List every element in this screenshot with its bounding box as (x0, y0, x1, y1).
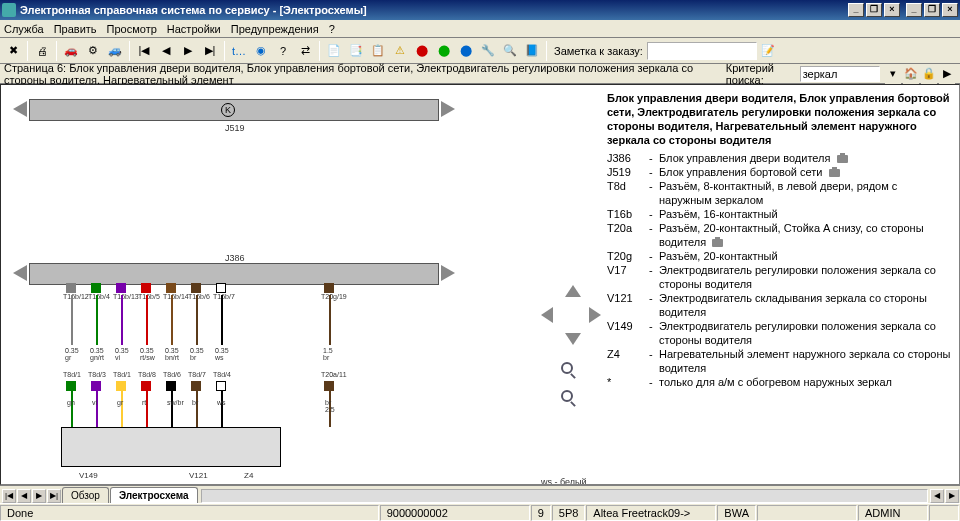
wire-gauge: 0.35br (190, 347, 204, 361)
car-button[interactable]: 🚗 (61, 41, 81, 61)
nav-next-button[interactable]: ▶ (939, 64, 955, 84)
help-button[interactable]: ? (273, 41, 293, 61)
gear-button[interactable]: ⚙ (83, 41, 103, 61)
menu-nastroyki[interactable]: Настройки (167, 23, 221, 35)
terminal (166, 283, 176, 293)
scroll-right-button[interactable]: ▶ (945, 489, 959, 503)
blue-button[interactable]: ⬤ (456, 41, 476, 61)
minimize-button[interactable]: _ (848, 3, 864, 17)
terminal (91, 283, 101, 293)
lock-button[interactable]: 🔒 (921, 64, 937, 84)
first-button[interactable]: |◀ (134, 41, 154, 61)
tab-schematic[interactable]: Электросхема (110, 487, 198, 503)
menu-prosmotr[interactable]: Просмотр (107, 23, 157, 35)
note-input[interactable] (647, 42, 757, 60)
legend-code: V149 (607, 319, 649, 347)
legend-desc: Электродвигатель складывания зеркала со … (659, 291, 951, 319)
legend-row: *-только для а/м с обогревом наружных зе… (607, 375, 951, 389)
restore-button[interactable]: ❐ (866, 3, 882, 17)
tab-scroll-track[interactable] (201, 489, 928, 503)
close-doc-button[interactable]: ✖ (3, 41, 23, 61)
warn-button[interactable]: ⚠ (390, 41, 410, 61)
last-button[interactable]: ▶| (200, 41, 220, 61)
swap-button[interactable]: ⇄ (295, 41, 315, 61)
mdi-close-button[interactable]: × (942, 3, 958, 17)
color-key: ws - белый (541, 477, 587, 485)
legend-code: V121 (607, 291, 649, 319)
home-button[interactable]: 🏠 (903, 64, 919, 84)
tab-first-button[interactable]: |◀ (2, 489, 16, 503)
tool-button[interactable]: 🔧 (478, 41, 498, 61)
link-button[interactable]: t… (229, 41, 249, 61)
terminal-label: T16b/6 (188, 293, 210, 300)
status-model: Altea Freetrack09-> (586, 505, 716, 521)
terminal-label: T20g/19 (321, 293, 347, 300)
legend-row: T20a-Разъём, 20-контактный, Стойка A сни… (607, 221, 951, 249)
wire (146, 295, 148, 345)
next-button[interactable]: ▶ (178, 41, 198, 61)
component-ref: V149 (79, 471, 98, 480)
wire (71, 295, 73, 345)
menu-pravit[interactable]: Править (54, 23, 97, 35)
scroll-left-button[interactable]: ◀ (930, 489, 944, 503)
tab-overview[interactable]: Обзор (62, 487, 109, 503)
component-ref: Z4 (244, 471, 253, 480)
menu-warnings[interactable]: Предупреждения (231, 23, 319, 35)
search-button[interactable]: 🔍 (500, 41, 520, 61)
terminal-label: T8d/4 (213, 371, 231, 378)
zoom-out-button[interactable] (556, 385, 578, 407)
pan-left-button[interactable] (541, 307, 553, 323)
menu-help[interactable]: ? (329, 23, 335, 35)
terminal-label: T8d/7 (188, 371, 206, 378)
pan-right-button[interactable] (589, 307, 601, 323)
pan-down-button[interactable] (565, 333, 581, 345)
legend-code: J386 (607, 151, 649, 165)
wiring-diagram[interactable]: K J519 J386 T16b/120.35grT16b/40.35gn/rt… (1, 85, 599, 484)
note-go-button[interactable]: 📝 (758, 41, 778, 61)
wire (171, 391, 173, 427)
print-button[interactable]: 🖨 (32, 41, 52, 61)
prev-button[interactable]: ◀ (156, 41, 176, 61)
pan-up-button[interactable] (565, 285, 581, 297)
green-button[interactable]: ⬤ (434, 41, 454, 61)
mdi-minimize-button[interactable]: _ (906, 3, 922, 17)
legend-desc: Блок управления бортовой сети (659, 165, 951, 179)
search-dropdown-button[interactable]: ▾ (885, 64, 901, 84)
doc3-button[interactable]: 📋 (368, 41, 388, 61)
wire (96, 295, 98, 345)
arrow-left2-icon (13, 265, 27, 281)
wire-color: br2.5 (325, 399, 335, 413)
terminal-label: T16b/4 (88, 293, 110, 300)
terminal (166, 381, 176, 391)
terminal (191, 381, 201, 391)
legend-code: T16b (607, 207, 649, 221)
wire-color: gn (67, 399, 75, 406)
doc1-button[interactable]: 📄 (324, 41, 344, 61)
book-button[interactable]: 📘 (522, 41, 542, 61)
wire-gauge: 0.35gn/rt (90, 347, 104, 361)
wire (71, 391, 73, 427)
menu-sluzhba[interactable]: Служба (4, 23, 44, 35)
tab-last-button[interactable]: ▶| (47, 489, 61, 503)
arrow-right-icon (441, 101, 455, 117)
doc2-button[interactable]: 📑 (346, 41, 366, 61)
status-c2: 5P8 (552, 505, 586, 521)
camera-icon (829, 169, 840, 177)
tab-next-button[interactable]: ▶ (32, 489, 46, 503)
mdi-restore-button[interactable]: ❐ (924, 3, 940, 17)
status-user: ADMIN (858, 505, 928, 521)
tab-prev-button[interactable]: ◀ (17, 489, 31, 503)
wire (196, 295, 198, 345)
close-button[interactable]: × (884, 3, 900, 17)
flag-button[interactable]: ⬤ (412, 41, 432, 61)
legend-code: Z4 (607, 347, 649, 375)
menu-bar: Служба Править Просмотр Настройки Предуп… (0, 20, 960, 38)
legend-desc: Электродвигатель регулировки положения з… (659, 319, 951, 347)
legend-row: T16b-Разъём, 16-контактный (607, 207, 951, 221)
zoom-in-button[interactable] (556, 357, 578, 379)
wire (329, 295, 331, 345)
ref-button[interactable]: ◉ (251, 41, 271, 61)
search-input[interactable] (800, 66, 880, 82)
vehicle-button[interactable]: 🚙 (105, 41, 125, 61)
terminal-label: T16b/14 (163, 293, 189, 300)
